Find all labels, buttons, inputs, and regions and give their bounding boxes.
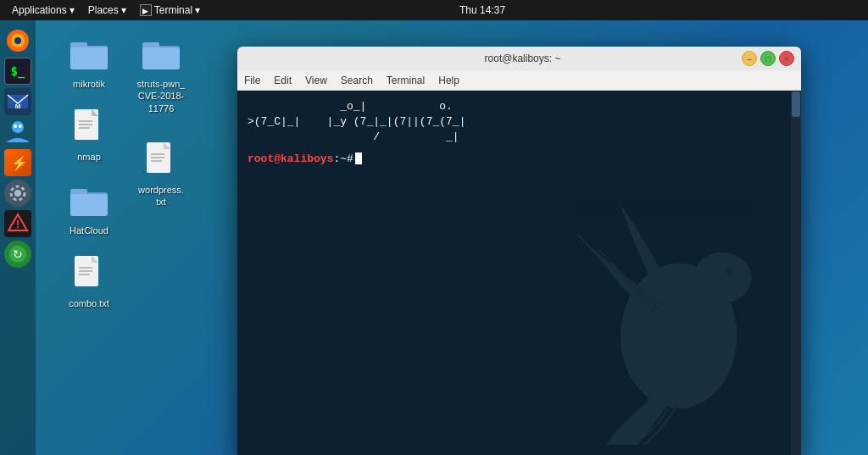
- svg-text:↻: ↻: [13, 247, 23, 261]
- wordpress-label: wordpress.txt: [138, 184, 184, 208]
- dock-vulnerability[interactable]: !: [4, 210, 31, 237]
- desktop-icon-mikrotik[interactable]: mikrotik: [55, 34, 123, 90]
- desktop-icon-hatcloud[interactable]: HatCloud: [55, 180, 123, 236]
- hatcloud-label: HatCloud: [70, 225, 108, 236]
- prompt-suffix: :~#: [333, 153, 353, 165]
- hatcloud-folder-icon: [69, 180, 109, 221]
- struts-label: struts-pwn_CVE-2018-11776: [137, 78, 186, 114]
- terminal-titlebar: root@kaliboys: ~ – □ ×: [237, 47, 801, 70]
- menubar: Applications ▾ Places ▾ ▶ Terminal ▾ Thu…: [0, 0, 868, 20]
- desktop-icon-nmap[interactable]: nmap: [55, 107, 123, 163]
- svg-text:M: M: [15, 103, 21, 110]
- svg-rect-18: [70, 47, 108, 69]
- desktop-icon-combo[interactable]: combo.txt: [55, 253, 123, 309]
- mikrotik-label: mikrotik: [73, 78, 105, 90]
- terminal-menu-file[interactable]: File: [244, 75, 260, 86]
- dock-mailvelope[interactable]: M: [4, 88, 31, 115]
- svg-text:!: !: [16, 219, 19, 230]
- terminal-menu-search[interactable]: Search: [341, 75, 373, 86]
- terminal-menu-label: Terminal: [154, 4, 192, 16]
- dock-firefox[interactable]: [4, 27, 31, 54]
- svg-point-6: [14, 125, 17, 128]
- nmap-label: nmap: [77, 151, 101, 163]
- dock-terminal[interactable]: $_: [4, 58, 31, 85]
- terminal-menu-help[interactable]: Help: [438, 75, 459, 86]
- places-menu[interactable]: Places ▾: [83, 3, 131, 18]
- dock: $_ M ⚡: [0, 20, 36, 455]
- prompt-cursor: [355, 153, 362, 164]
- desktop-icons-col2: struts-pwn_CVE-2018-11776 wordpress.txt: [119, 25, 203, 216]
- svg-rect-33: [142, 47, 180, 69]
- nmap-file-icon: [69, 107, 109, 147]
- dock-settings[interactable]: [4, 180, 31, 207]
- prompt-username: root@kaliboys: [248, 153, 333, 165]
- close-button[interactable]: ×: [779, 51, 794, 66]
- dock-avatar[interactable]: [4, 119, 31, 146]
- terminal-prompt: root@kaliboys :~#: [248, 153, 791, 165]
- combo-file-icon: [69, 253, 109, 294]
- mikrotik-folder-icon: [69, 34, 109, 75]
- applications-menu[interactable]: Applications ▾: [7, 3, 80, 18]
- places-arrow: ▾: [121, 4, 126, 16]
- svg-text:⚡: ⚡: [11, 155, 28, 171]
- terminal-window-buttons: – □ ×: [742, 51, 794, 66]
- terminal-menu-terminal[interactable]: Terminal: [387, 75, 425, 86]
- combo-label: combo.txt: [69, 297, 109, 309]
- desktop: Applications ▾ Places ▾ ▶ Terminal ▾ Thu…: [0, 0, 868, 455]
- desktop-icon-struts[interactable]: struts-pwn_CVE-2018-11776: [127, 34, 195, 114]
- desktop-icon-wordpress[interactable]: wordpress.txt: [127, 140, 195, 208]
- svg-point-2: [14, 37, 21, 44]
- places-label: Places: [88, 4, 119, 16]
- svg-point-5: [12, 121, 24, 133]
- applications-arrow: ▾: [70, 4, 75, 16]
- terminal-menu[interactable]: ▶ Terminal ▾: [135, 3, 205, 18]
- scrollbar-thumb[interactable]: [792, 92, 800, 117]
- terminal-menu-arrow: ▾: [195, 4, 200, 16]
- menubar-clock: Thu 14:37: [459, 4, 505, 16]
- terminal-body[interactable]: _o_| o. >(7_C|_| |_y (7_|_|(7||(7_(7_| /…: [237, 91, 801, 455]
- terminal-title: root@kaliboys: ~: [303, 53, 742, 64]
- struts-folder-icon: [141, 34, 181, 75]
- maximize-button[interactable]: □: [760, 51, 776, 66]
- terminal-window: root@kaliboys: ~ – □ × File Edit View Se…: [237, 47, 801, 455]
- terminal-menu-bar: File Edit View Search Terminal Help: [237, 70, 801, 91]
- dock-update[interactable]: ↻: [4, 241, 31, 268]
- terminal-menu-icon: ▶: [140, 4, 152, 16]
- svg-point-7: [19, 125, 22, 128]
- svg-point-9: [14, 190, 21, 197]
- applications-label: Applications: [12, 4, 67, 16]
- dock-burpsuite[interactable]: ⚡: [4, 149, 31, 176]
- wordpress-file-icon: [141, 140, 181, 180]
- svg-point-40: [726, 269, 733, 276]
- terminal-menu-edit[interactable]: Edit: [274, 75, 292, 86]
- terminal-menu-view[interactable]: View: [305, 75, 327, 86]
- kali-dragon-watermark: [530, 191, 784, 445]
- svg-rect-26: [70, 194, 108, 216]
- menubar-left: Applications ▾ Places ▾ ▶ Terminal ▾: [7, 3, 205, 18]
- terminal-ascii-art: _o_| o. >(7_C|_| |_y (7_|_|(7||(7_(7_| /…: [248, 99, 791, 146]
- minimize-button[interactable]: –: [742, 51, 757, 66]
- terminal-scrollbar[interactable]: [791, 91, 801, 455]
